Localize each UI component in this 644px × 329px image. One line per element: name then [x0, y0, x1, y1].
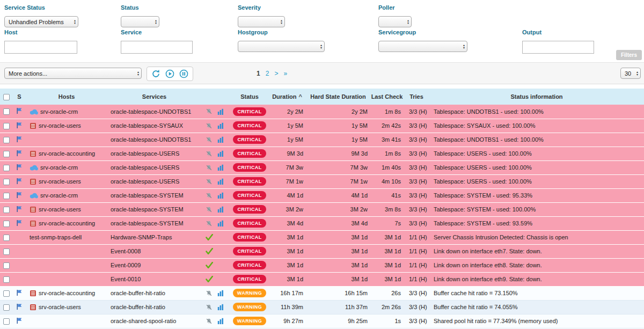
host-link[interactable]: srv-oracle-users: [39, 304, 81, 310]
servicegroup-select[interactable]: ▴▾: [378, 41, 467, 52]
service-input[interactable]: [121, 41, 193, 54]
more-actions-select[interactable]: More actions... ▴▾: [4, 68, 142, 79]
row-checkbox[interactable]: [3, 151, 10, 157]
last-page-link[interactable]: »: [283, 70, 287, 77]
service-flag-icon: [16, 303, 23, 310]
next-page-link[interactable]: >: [274, 70, 278, 77]
select-all-checkbox[interactable]: [3, 94, 10, 100]
hostgroup-select[interactable]: ▴▾: [238, 41, 325, 52]
col-header-duration[interactable]: Duration^: [268, 89, 306, 105]
service-status-select[interactable]: Unhandled Problems ▴▾: [4, 16, 78, 27]
host-link[interactable]: srv-oracle-users: [39, 122, 81, 129]
performance-graph-icon[interactable]: [217, 206, 224, 213]
last-check-cell: 1m 8s: [370, 105, 404, 119]
status-select[interactable]: ▴▾: [121, 16, 159, 27]
performance-graph-icon[interactable]: [217, 164, 224, 171]
host-link[interactable]: srv-oracle-crm: [40, 164, 78, 171]
severity-select[interactable]: ▴▾: [238, 16, 285, 27]
host-link[interactable]: srv-oracle-accounting: [39, 150, 95, 157]
host-link[interactable]: srv-oracle-users: [39, 206, 81, 213]
status-information-cell: Link down on interface eth9. State: down…: [429, 272, 644, 286]
pagination: 1 2 > »: [257, 70, 287, 77]
pause-button[interactable]: [179, 69, 189, 79]
last-check-cell: 3m 41s: [370, 133, 404, 147]
row-checkbox[interactable]: [3, 123, 10, 129]
row-select-cell: [0, 244, 13, 258]
service-link[interactable]: oracle-tablespace-USERS: [111, 150, 179, 157]
performance-graph-icon[interactable]: [217, 108, 224, 115]
performance-graph-icon[interactable]: [217, 178, 224, 185]
service-link[interactable]: Event-0008: [111, 248, 141, 254]
row-checkbox[interactable]: [3, 262, 10, 269]
state-flag-cell: [13, 147, 26, 160]
host-input[interactable]: [4, 41, 77, 54]
page-current[interactable]: 1: [257, 70, 260, 77]
service-link[interactable]: oracle-tablespace-USERS: [111, 178, 179, 185]
page-size-select[interactable]: 30 ▴▾: [620, 68, 641, 79]
performance-graph-icon[interactable]: [217, 220, 224, 226]
col-header-services[interactable]: Services: [107, 89, 201, 105]
row-checkbox[interactable]: [3, 248, 10, 255]
play-button[interactable]: [165, 69, 175, 79]
service-link[interactable]: oracle-tablespace-SYSTEM: [111, 206, 184, 213]
refresh-button[interactable]: [151, 69, 161, 79]
col-header-s[interactable]: S: [13, 89, 26, 105]
row-checkbox[interactable]: [3, 221, 10, 227]
service-link[interactable]: oracle-buffer-hit-ratio: [111, 304, 165, 310]
col-header-hard-state-duration[interactable]: Hard State Duration: [306, 89, 370, 105]
service-link[interactable]: oracle-tablespace-SYSAUX: [111, 122, 183, 129]
filters-button[interactable]: Filters: [616, 50, 642, 60]
service-link[interactable]: oracle-tablespace-USERS: [111, 164, 179, 171]
host-link[interactable]: srv-oracle-crm: [40, 108, 78, 115]
performance-graph-icon[interactable]: [217, 290, 224, 296]
row-checkbox[interactable]: [3, 235, 10, 241]
table-row: srv-oracle-users oracle-buffer-hit-ratio: [0, 300, 644, 314]
page-2-link[interactable]: 2: [266, 70, 269, 77]
performance-graph-icon[interactable]: [217, 318, 224, 324]
host-link[interactable]: srv-oracle-accounting: [39, 290, 95, 296]
output-input[interactable]: [522, 41, 594, 54]
service-link[interactable]: oracle-buffer-hit-ratio: [111, 290, 165, 296]
service-link[interactable]: oracle-tablespace-UNDOTBS1: [111, 108, 191, 115]
notifications-disabled-icon: [206, 108, 213, 115]
col-header-status[interactable]: Status: [231, 89, 268, 105]
service-link[interactable]: Event-0009: [111, 262, 141, 268]
service-link[interactable]: oracle-tablespace-UNDOTBS1: [111, 136, 191, 143]
row-checkbox[interactable]: [3, 276, 10, 283]
state-flag-cell: [13, 258, 26, 272]
row-checkbox[interactable]: [3, 290, 10, 297]
row-checkbox[interactable]: [3, 108, 10, 115]
tries-cell: 3/3 (H): [404, 216, 429, 230]
performance-graph-icon[interactable]: [217, 136, 224, 143]
service-flag-icon: [16, 136, 23, 143]
performance-graph-icon[interactable]: [217, 150, 224, 157]
host-link[interactable]: test-snmp-traps-dell: [30, 234, 82, 240]
host-link[interactable]: srv-oracle-accounting: [39, 220, 95, 226]
row-checkbox[interactable]: [3, 137, 10, 143]
performance-graph-icon[interactable]: [217, 192, 224, 199]
service-link[interactable]: Hardware-SNMP-Traps: [111, 234, 172, 240]
performance-graph-icon[interactable]: [217, 304, 224, 310]
col-header-tries[interactable]: Tries: [404, 89, 429, 105]
service-link[interactable]: oracle-tablespace-SYSTEM: [111, 220, 184, 226]
col-header-status-information[interactable]: Status information: [429, 89, 644, 105]
service-link[interactable]: oracle-tablespace-SYSTEM: [111, 192, 184, 199]
row-checkbox[interactable]: [3, 304, 10, 311]
row-checkbox[interactable]: [3, 165, 10, 171]
performance-graph-icon[interactable]: [217, 122, 224, 129]
col-header-hosts[interactable]: Hosts: [26, 89, 107, 105]
host-link[interactable]: srv-oracle-crm: [40, 192, 78, 199]
last-check-cell: 4m 10s: [370, 174, 404, 188]
row-checkbox[interactable]: [3, 207, 10, 213]
service-flag-icon: [16, 192, 23, 199]
col-header-last-check[interactable]: Last Check: [370, 89, 404, 105]
row-checkbox[interactable]: [3, 179, 10, 185]
duration-cell: 3M 1d: [268, 244, 306, 258]
row-checkbox[interactable]: [3, 318, 10, 325]
host-link[interactable]: srv-oracle-users: [39, 178, 81, 185]
service-link[interactable]: Event-0010: [111, 276, 141, 282]
row-checkbox[interactable]: [3, 193, 10, 199]
select-arrows-icon: ▴▾: [463, 44, 465, 49]
service-link[interactable]: oracle-shared-spool-ratio: [111, 318, 176, 324]
poller-select[interactable]: ▴▾: [378, 16, 412, 27]
